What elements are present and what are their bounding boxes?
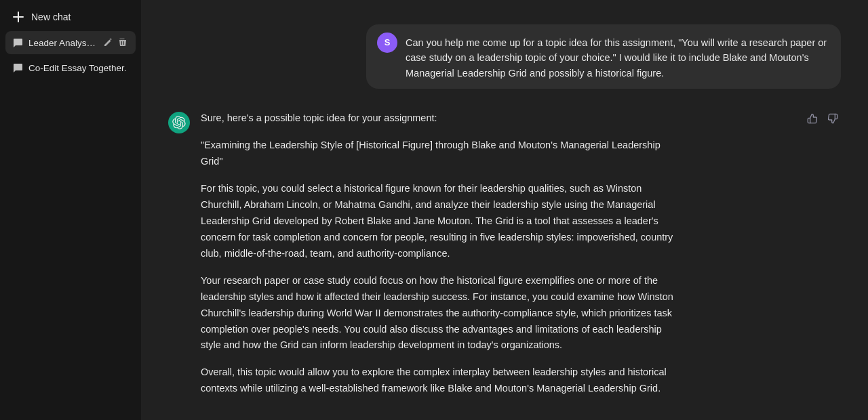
message-actions <box>804 110 841 127</box>
response-title: "Examining the Leadership Style of [Hist… <box>201 138 675 170</box>
new-chat-button[interactable]: New chat <box>5 5 136 28</box>
sidebar: New chat Leader Analysis w/ Bla Co-Edit … <box>0 0 141 420</box>
chat-bubble-icon-2 <box>12 62 23 73</box>
delete-chat-button[interactable] <box>117 37 129 49</box>
thumbs-down-button[interactable] <box>825 110 841 127</box>
user-bubble: S Can you help me come up for a topic id… <box>366 24 841 89</box>
message-container: S Can you help me come up for a topic id… <box>141 14 868 408</box>
plus-icon <box>12 11 24 23</box>
response-intro: Sure, here's a possible topic idea for y… <box>201 110 675 127</box>
assistant-avatar <box>168 112 190 133</box>
sidebar-item-chat-1[interactable]: Leader Analysis w/ Bla <box>5 31 136 54</box>
sidebar-item-chat-2[interactable]: Co-Edit Essay Together. <box>5 57 136 79</box>
assistant-message: Sure, here's a possible topic idea for y… <box>141 100 868 408</box>
new-chat-label: New chat <box>31 12 71 22</box>
main-content: S Can you help me come up for a topic id… <box>141 0 868 420</box>
user-text: Can you help me come up for a topic idea… <box>406 33 830 81</box>
chat-actions <box>102 37 129 49</box>
response-paragraph2: Your research paper or case study could … <box>201 273 675 354</box>
edit-chat-button[interactable] <box>102 37 114 49</box>
chat-label: Leader Analysis w/ Bla <box>28 38 96 48</box>
assistant-content: Sure, here's a possible topic idea for y… <box>201 110 675 397</box>
response-paragraph3: Overall, this topic would allow you to e… <box>201 364 675 397</box>
user-initials: S <box>384 36 391 49</box>
thumbs-up-button[interactable] <box>804 110 821 127</box>
gpt-logo-icon <box>172 116 186 129</box>
user-avatar: S <box>377 33 397 53</box>
chat-label-2: Co-Edit Essay Together. <box>28 63 129 73</box>
user-message: S Can you help me come up for a topic id… <box>141 14 868 100</box>
response-paragraph1: For this topic, you could select a histo… <box>201 181 675 262</box>
chat-bubble-icon <box>12 37 23 48</box>
